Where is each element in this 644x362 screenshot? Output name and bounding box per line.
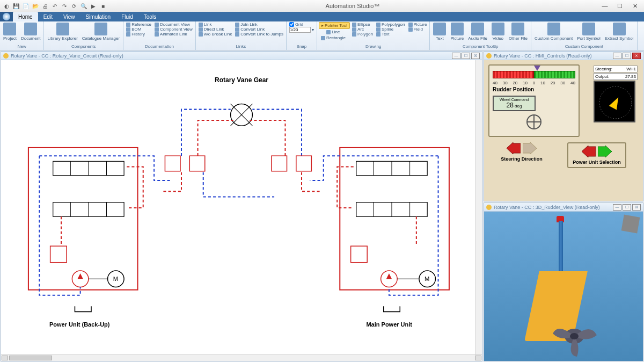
ribbon-port-symbol[interactable]: Port Symbol	[575, 22, 602, 41]
panel-icon	[3, 53, 9, 59]
ribbon-tooltip-picture[interactable]: Picture	[449, 22, 465, 41]
app-title: Automation Studio™	[107, 3, 598, 9]
panel-maximize[interactable]: ☐	[623, 204, 631, 211]
ribbon-tooltip-other[interactable]: Other File	[507, 22, 529, 41]
refresh-icon[interactable]: ⟳	[70, 2, 78, 10]
ribbon-wo-break-link[interactable]: w/o Break Link	[197, 32, 233, 37]
save-icon[interactable]: 💾	[12, 2, 20, 10]
ribbon-tooltip-text[interactable]: Text	[431, 22, 448, 41]
view3d-panel-title: Rotary Vane - CC : 3D_Rudder_View (Read-…	[494, 205, 600, 210]
ribbon-text[interactable]: Text	[375, 32, 406, 37]
ribbon-component-view[interactable]: Component View	[153, 27, 194, 32]
steering-wheel-icon[interactable]	[526, 114, 541, 129]
ribbon-spline[interactable]: Spline	[375, 27, 406, 32]
svg-marker-39	[523, 142, 537, 154]
print-icon[interactable]: 🖨	[41, 2, 49, 10]
ribbon-custom-component[interactable]: Custom Component	[533, 22, 574, 41]
svg-rect-4	[189, 156, 205, 171]
new-icon[interactable]: 📄	[21, 2, 30, 10]
view3d-canvas[interactable]	[484, 212, 643, 361]
ribbon-rectangle[interactable]: Rectangle	[320, 35, 347, 40]
ribbon-animated-link[interactable]: Animated Link	[153, 32, 194, 37]
svg-marker-38	[507, 142, 521, 154]
ribbon-ellipse[interactable]: Ellipse	[351, 22, 374, 27]
panel-minimize[interactable]: —	[613, 204, 621, 211]
workspace: Rotary Vane - CC : Rotary_Vane_Circuit (…	[0, 50, 644, 362]
panel-maximize[interactable]: ☐	[462, 53, 470, 59]
ribbon-bom[interactable]: BOM	[125, 27, 152, 32]
ribbon-history[interactable]: History	[125, 32, 152, 37]
ribbon-tooltip-audio[interactable]: Audio File	[466, 22, 489, 41]
horizontal-scrollbar[interactable]	[1, 354, 482, 361]
play-icon[interactable]: ▶	[89, 2, 98, 10]
steering-left-arrow[interactable]	[507, 142, 521, 154]
ribbon-link[interactable]: Link	[197, 22, 233, 27]
tab-tools[interactable]: Tools	[138, 12, 162, 21]
open-icon[interactable]: 📂	[31, 2, 40, 10]
steering-direction-label: Steering Direction	[501, 156, 543, 162]
close-button[interactable]: ✕	[628, 2, 642, 10]
svg-point-43	[570, 333, 579, 339]
redo-icon[interactable]: ↷	[60, 2, 69, 10]
panel-close[interactable]: ☒	[471, 53, 480, 59]
steering-right-arrow[interactable]	[523, 142, 537, 154]
tab-edit[interactable]: Edit	[38, 12, 58, 21]
svg-marker-40	[582, 146, 596, 157]
ribbon-grid-value[interactable]	[289, 27, 311, 33]
ribbon-extract-symbol[interactable]: Extract Symbol	[603, 22, 635, 41]
gauge-box: Steering:WH1 Output:27.83	[594, 66, 638, 122]
undo-icon[interactable]: ↶	[50, 2, 59, 10]
tab-home[interactable]: Home	[13, 12, 38, 21]
circuit-canvas[interactable]: Rotary Vane Gear Power Unit (Back-Up) Ma…	[1, 60, 482, 354]
panel-close[interactable]: ✕	[632, 53, 641, 59]
rudder-position-label: Rudder Position	[493, 86, 575, 92]
ribbon-project[interactable]: Project	[2, 22, 18, 41]
rudder-pointer-icon	[534, 66, 540, 71]
ribbon-grid-toggle[interactable]: Grid	[288, 22, 315, 27]
circuit-panel-title: Rotary Vane - CC : Rotary_Vane_Circuit (…	[11, 53, 123, 59]
propeller	[547, 309, 601, 358]
ribbon-arc[interactable]: Arc	[351, 27, 374, 32]
menu-bar: Home Edit View Simulation Fluid Tools	[0, 12, 644, 21]
svg-rect-5	[272, 156, 287, 171]
panel-minimize[interactable]: —	[613, 53, 621, 59]
ribbon-reference[interactable]: Reference	[125, 22, 152, 27]
svg-rect-6	[296, 156, 312, 171]
ribbon-polypolygon[interactable]: Polypolygon	[375, 22, 406, 27]
zoom-icon[interactable]: 🔍	[79, 2, 88, 10]
tab-fluid[interactable]: Fluid	[116, 12, 138, 21]
maximize-button[interactable]: ☐	[613, 2, 627, 10]
ribbon-convert-link-jumps[interactable]: Convert Link to Jumps	[234, 32, 284, 37]
ribbon-pointer-tool[interactable]: ▸ Pointer Tool	[319, 22, 350, 29]
panel-maximize[interactable]: ☐	[623, 53, 631, 59]
ribbon-join-link[interactable]: Join Link	[234, 22, 284, 27]
tab-view[interactable]: View	[58, 12, 80, 21]
ribbon-line[interactable]: Line	[325, 30, 341, 34]
view-cube-icon[interactable]	[621, 215, 640, 234]
stop-icon[interactable]: ■	[99, 2, 107, 10]
vertical-scrollbar[interactable]	[475, 60, 482, 354]
power-unit-left-arrow[interactable]	[582, 146, 596, 157]
ribbon-tooltip-video[interactable]: Video	[490, 22, 506, 41]
ribbon-document[interactable]: Document	[19, 22, 42, 41]
ribbon-document-view[interactable]: Document View	[153, 22, 194, 27]
scale-labels: 40302010010203040	[493, 81, 575, 85]
ribbon-direct-link[interactable]: Direct Link	[197, 27, 233, 32]
ribbon-library-explorer[interactable]: Library Explorer	[46, 22, 79, 41]
ribbon-catalogue-manager[interactable]: Catalogue Manager	[80, 22, 121, 41]
ribbon-polygon[interactable]: Polygon	[351, 32, 374, 37]
rudder-scale	[493, 71, 575, 78]
minimize-button[interactable]: —	[598, 2, 612, 10]
panel-minimize[interactable]: —	[452, 53, 460, 59]
ribbon-convert-link[interactable]: Convert Link	[234, 27, 284, 32]
qat-icon[interactable]: ◐	[2, 2, 11, 10]
svg-text:M: M	[425, 276, 429, 282]
panel-close[interactable]: ☒	[632, 204, 641, 211]
tab-simulation[interactable]: Simulation	[80, 12, 116, 21]
power-unit-right-arrow[interactable]	[598, 146, 612, 157]
ribbon-field[interactable]: Field	[407, 27, 428, 32]
window-titlebar: ◐ 💾 📄 📂 🖨 ↶ ↷ ⟳ 🔍 ▶ ■ Automation Studio™…	[0, 0, 644, 12]
app-logo[interactable]	[0, 12, 13, 21]
ribbon-picture[interactable]: Picture	[407, 22, 428, 27]
panel-icon	[486, 53, 492, 59]
